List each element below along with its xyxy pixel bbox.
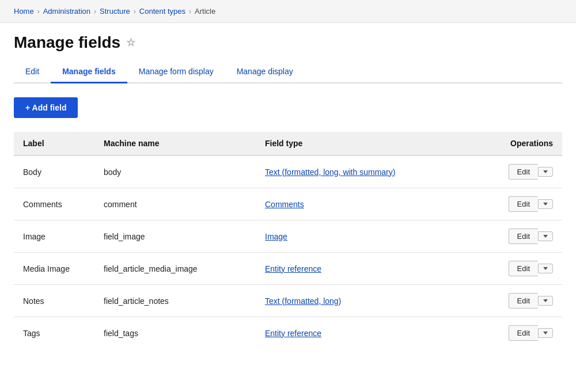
- breadcrumb: Home › Administration › Structure › Cont…: [0, 0, 576, 23]
- operations-dropdown-button[interactable]: [538, 264, 553, 273]
- field-type-link[interactable]: Image: [265, 232, 287, 241]
- field-label-cell: Comments: [14, 188, 94, 220]
- tab-manage-fields[interactable]: Manage fields: [51, 61, 127, 83]
- breadcrumb-sep-3: ›: [134, 7, 136, 16]
- breadcrumb-sep-2: ›: [94, 7, 96, 16]
- content-area: + Add field Label Machine name Field typ…: [0, 83, 576, 349]
- col-header-label: Label: [14, 132, 94, 155]
- operations-cell: Edit: [482, 285, 562, 317]
- page-header: Manage fields ☆ Edit Manage fields Manag…: [0, 23, 576, 83]
- table-row: CommentscommentCommentsEdit: [14, 188, 562, 220]
- field-type-link[interactable]: Entity reference: [265, 329, 321, 338]
- favorite-star-icon[interactable]: ☆: [126, 36, 135, 49]
- field-machine-name-cell: field_article_media_image: [94, 253, 256, 285]
- field-machine-name-cell: field_image: [94, 220, 256, 253]
- col-header-operations: Operations: [482, 132, 562, 155]
- operations-cell: Edit: [482, 188, 562, 220]
- chevron-down-icon: [543, 332, 548, 334]
- edit-button[interactable]: Edit: [509, 293, 538, 309]
- table-row: Imagefield_imageImageEdit: [14, 220, 562, 253]
- chevron-down-icon: [543, 299, 548, 302]
- field-type-cell: Entity reference: [256, 253, 482, 285]
- table-row: BodybodyText (formatted, long, with summ…: [14, 155, 562, 188]
- operations-dropdown-button[interactable]: [538, 167, 553, 177]
- breadcrumb-structure[interactable]: Structure: [100, 7, 130, 16]
- operations-dropdown-button[interactable]: [538, 231, 553, 241]
- field-type-cell: Image: [256, 220, 482, 253]
- field-type-link[interactable]: Text (formatted, long): [265, 296, 341, 306]
- operations-cell: Edit: [482, 220, 562, 253]
- field-machine-name-cell: comment: [94, 188, 256, 220]
- edit-button[interactable]: Edit: [509, 196, 538, 212]
- field-label-cell: Tags: [14, 317, 94, 349]
- operations-cell: Edit: [482, 317, 562, 349]
- field-type-link[interactable]: Entity reference: [265, 264, 321, 273]
- field-label-cell: Media Image: [14, 253, 94, 285]
- operations-dropdown-button[interactable]: [538, 296, 553, 306]
- chevron-down-icon: [543, 267, 548, 270]
- table-row: Tagsfield_tagsEntity referenceEdit: [14, 317, 562, 349]
- chevron-down-icon: [543, 235, 548, 238]
- field-label-cell: Image: [14, 220, 94, 253]
- field-machine-name-cell: field_article_notes: [94, 285, 256, 317]
- breadcrumb-administration[interactable]: Administration: [43, 7, 90, 16]
- operations-cell: Edit: [482, 155, 562, 188]
- add-field-button[interactable]: + Add field: [14, 97, 78, 118]
- operations-dropdown-button[interactable]: [538, 199, 553, 209]
- page-title: Manage fields ☆: [14, 33, 562, 52]
- table-header-row: Label Machine name Field type Operations: [14, 132, 562, 155]
- fields-table: Label Machine name Field type Operations…: [14, 132, 562, 349]
- field-type-cell: Entity reference: [256, 317, 482, 349]
- tab-manage-display[interactable]: Manage display: [225, 61, 305, 83]
- field-machine-name-cell: field_tags: [94, 317, 256, 349]
- breadcrumb-sep-4: ›: [189, 7, 191, 16]
- table-row: Notesfield_article_notesText (formatted,…: [14, 285, 562, 317]
- col-header-field-type: Field type: [256, 132, 482, 155]
- field-machine-name-cell: body: [94, 155, 256, 188]
- breadcrumb-sep-1: ›: [37, 7, 40, 16]
- field-type-cell: Text (formatted, long): [256, 285, 482, 317]
- edit-button[interactable]: Edit: [509, 261, 538, 276]
- chevron-down-icon: [543, 170, 548, 173]
- field-type-cell: Text (formatted, long, with summary): [256, 155, 482, 188]
- table-row: Media Imagefield_article_media_imageEnti…: [14, 253, 562, 285]
- field-label-cell: Body: [14, 155, 94, 188]
- field-label-cell: Notes: [14, 285, 94, 317]
- edit-button[interactable]: Edit: [509, 325, 538, 341]
- edit-button[interactable]: Edit: [509, 164, 538, 180]
- edit-button[interactable]: Edit: [509, 229, 538, 244]
- page-title-text: Manage fields: [14, 33, 120, 52]
- tab-manage-form-display[interactable]: Manage form display: [127, 61, 225, 83]
- field-type-cell: Comments: [256, 188, 482, 220]
- breadcrumb-home[interactable]: Home: [14, 7, 34, 16]
- page-wrapper: Home › Administration › Structure › Cont…: [0, 0, 576, 392]
- tabs-nav: Edit Manage fields Manage form display M…: [14, 61, 562, 83]
- breadcrumb-content-types[interactable]: Content types: [139, 7, 185, 16]
- field-type-link[interactable]: Text (formatted, long, with summary): [265, 168, 395, 177]
- operations-dropdown-button[interactable]: [538, 328, 553, 338]
- operations-cell: Edit: [482, 253, 562, 285]
- chevron-down-icon: [543, 203, 548, 205]
- col-header-machine-name: Machine name: [94, 132, 256, 155]
- breadcrumb-article: Article: [195, 7, 215, 16]
- field-type-link[interactable]: Comments: [265, 200, 304, 209]
- tab-edit[interactable]: Edit: [14, 61, 51, 83]
